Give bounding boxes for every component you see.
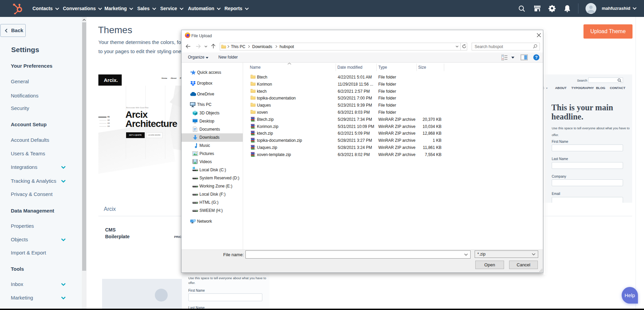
svg-text:?: ? <box>535 55 538 60</box>
